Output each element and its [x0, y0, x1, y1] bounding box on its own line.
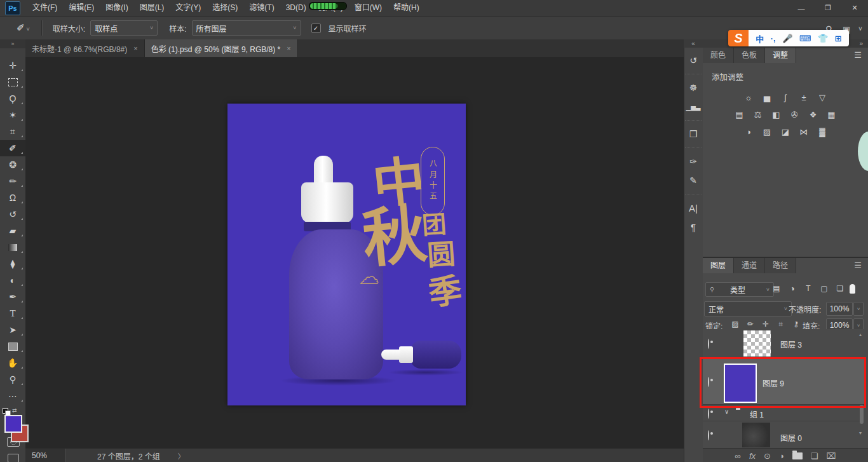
- lock-artboard-icon[interactable]: ⌗: [775, 318, 787, 330]
- link-layers-icon[interactable]: ∞: [735, 451, 741, 461]
- sample-select[interactable]: 所有图层 ˅: [192, 20, 301, 36]
- menu-select[interactable]: 选择(S): [207, 0, 243, 16]
- soft-keyboard-icon[interactable]: ⌨: [799, 34, 811, 43]
- opacity-chevron[interactable]: ˅: [853, 302, 864, 316]
- menu-window[interactable]: 窗口(W): [349, 0, 388, 16]
- eraser-tool[interactable]: ▰: [0, 222, 25, 239]
- doc-tab-untitled[interactable]: 未标题-1 @ 66.7%(RGB/8#) ×: [25, 39, 145, 57]
- blend-mode-select[interactable]: 正常 ˅: [704, 301, 792, 316]
- skin-icon[interactable]: 👕: [818, 34, 828, 43]
- layer-name[interactable]: 图层 0: [780, 432, 802, 443]
- group-name[interactable]: 组 1: [750, 409, 764, 419]
- levels-icon[interactable]: ▅: [761, 92, 773, 103]
- layer-filter-type-select[interactable]: ⚲ 类型 ˅: [705, 282, 774, 297]
- filter-shape-layers-icon[interactable]: ▢: [818, 282, 831, 295]
- close-tab-icon[interactable]: ×: [287, 44, 290, 52]
- blur-tool[interactable]: ⧫: [0, 255, 25, 272]
- punctuation-icon[interactable]: ·,: [771, 34, 776, 43]
- eyedropper-icon[interactable]: ✐: [17, 22, 25, 34]
- toolbar-collapse[interactable]: »: [0, 39, 25, 48]
- history-brush-tool[interactable]: ↺: [0, 206, 25, 222]
- filter-pixel-layers-icon[interactable]: ▤: [770, 282, 783, 295]
- canvas-pasteboard[interactable]: 中 八月十五 秋 团 圆 季 ☁: [25, 57, 684, 448]
- menu-edit[interactable]: 编辑(E): [63, 0, 100, 16]
- sample-size-select[interactable]: 取样点 ˅: [90, 20, 158, 36]
- menu-layer[interactable]: 图层(L): [134, 0, 170, 16]
- color-lookup-icon[interactable]: ▦: [826, 109, 837, 120]
- visibility-eye-icon[interactable]: [708, 377, 709, 387]
- minimize-button[interactable]: —: [788, 0, 815, 16]
- status-chevron-icon[interactable]: 〉: [178, 451, 185, 461]
- photo-filter-icon[interactable]: ✇: [789, 109, 801, 120]
- black-white-icon[interactable]: ◧: [771, 109, 782, 120]
- adjustment-layer-icon[interactable]: ◑: [779, 451, 784, 461]
- clone-stamp-tool[interactable]: Ω: [0, 189, 25, 206]
- invert-icon[interactable]: ◑: [743, 126, 754, 137]
- layer-thumbnail[interactable]: [742, 423, 770, 447]
- channel-mixer-icon[interactable]: ❖: [808, 109, 819, 120]
- path-selection-tool[interactable]: ➤: [0, 322, 25, 338]
- histogram-panel-icon[interactable]: ▁▅▃: [684, 97, 703, 116]
- tool-preset-chevron-icon[interactable]: ˅: [27, 26, 30, 32]
- layer-row-3[interactable]: 图层 3 ▴: [703, 329, 864, 358]
- brush-settings-panel-icon[interactable]: ✑: [684, 152, 703, 171]
- threshold-icon[interactable]: ◪: [780, 126, 791, 137]
- lock-position-icon[interactable]: ✛: [760, 318, 771, 330]
- layer-name[interactable]: 图层 9: [763, 377, 784, 388]
- vibrance-icon[interactable]: ▽: [817, 92, 828, 103]
- tab-swatches[interactable]: 色板: [734, 48, 765, 63]
- color-balance-icon[interactable]: ⚖: [752, 109, 764, 120]
- doc-tab-secai-psd[interactable]: 色彩 (1).psd @ 50% (图层 9, RGB/8) * ×: [145, 39, 298, 57]
- menu-help[interactable]: 帮助(H): [388, 0, 425, 16]
- scroll-down-icon[interactable]: ▾: [859, 430, 862, 436]
- dodge-tool[interactable]: ◐: [0, 272, 25, 289]
- navigator-panel-icon[interactable]: ☸: [684, 78, 703, 97]
- visibility-eye-icon[interactable]: [708, 339, 709, 349]
- tab-paths[interactable]: 路径: [765, 258, 796, 273]
- menu-file[interactable]: 文件(F): [27, 0, 63, 16]
- brightness-contrast-icon[interactable]: ☼: [743, 92, 754, 103]
- brush-tool[interactable]: ✏: [0, 173, 25, 189]
- scroll-up-icon[interactable]: ▴: [859, 332, 862, 337]
- panel-menu-icon[interactable]: ☰: [854, 50, 862, 63]
- brushes-panel-icon[interactable]: ✎: [684, 171, 703, 190]
- layer-name[interactable]: 图层 3: [780, 339, 802, 350]
- 3d-panel-icon[interactable]: ❒: [684, 125, 703, 144]
- expand-panels-button[interactable]: «: [684, 39, 703, 48]
- paragraph-panel-icon[interactable]: ¶: [684, 217, 703, 236]
- close-button[interactable]: ✕: [841, 0, 868, 16]
- hue-saturation-icon[interactable]: ▤: [734, 109, 745, 120]
- add-mask-icon[interactable]: ⊙: [764, 451, 771, 461]
- rectangle-tool[interactable]: [0, 338, 25, 355]
- delete-layer-icon[interactable]: ⌧: [826, 451, 836, 461]
- layer-row-0[interactable]: 图层 0 ▾: [703, 421, 864, 448]
- sogou-logo-icon[interactable]: S: [728, 30, 749, 46]
- lock-transparency-icon[interactable]: ▨: [729, 318, 741, 330]
- type-tool[interactable]: T: [0, 305, 25, 322]
- layer-style-icon[interactable]: fx: [749, 451, 756, 461]
- foreground-color-swatch[interactable]: [4, 415, 22, 433]
- lock-all-icon[interactable]: ⚷: [790, 318, 802, 330]
- tab-layers[interactable]: 图层: [703, 258, 734, 273]
- panel-menu-icon[interactable]: ☰: [854, 261, 862, 273]
- menu-3d[interactable]: 3D(D): [280, 0, 312, 16]
- move-tool[interactable]: ✛: [0, 57, 25, 74]
- filter-type-layers-icon[interactable]: T: [802, 282, 815, 295]
- tab-channels[interactable]: 通道: [734, 258, 765, 273]
- menu-image[interactable]: 图像(I): [100, 0, 133, 16]
- new-group-icon[interactable]: [792, 452, 803, 459]
- selective-color-icon[interactable]: ⋈: [798, 126, 810, 137]
- eyedropper-tool[interactable]: ✐: [0, 140, 25, 156]
- default-colors-icon[interactable]: [3, 408, 8, 414]
- menu-filter[interactable]: 滤镜(T): [243, 0, 280, 16]
- poster-canvas[interactable]: 中 八月十五 秋 团 圆 季 ☁: [227, 104, 466, 405]
- rectangular-marquee-tool[interactable]: [0, 74, 25, 90]
- screen-mode-button[interactable]: [8, 454, 19, 462]
- posterize-icon[interactable]: ▨: [761, 126, 773, 137]
- layers-scrollbar-thumb[interactable]: [860, 405, 864, 424]
- close-tab-icon[interactable]: ×: [133, 44, 137, 52]
- gradient-tool[interactable]: [0, 239, 25, 255]
- visibility-eye-icon[interactable]: [708, 430, 709, 440]
- layer-row-9-selected[interactable]: 图层 9: [703, 358, 864, 405]
- zoom-level-field[interactable]: 50%: [25, 449, 65, 462]
